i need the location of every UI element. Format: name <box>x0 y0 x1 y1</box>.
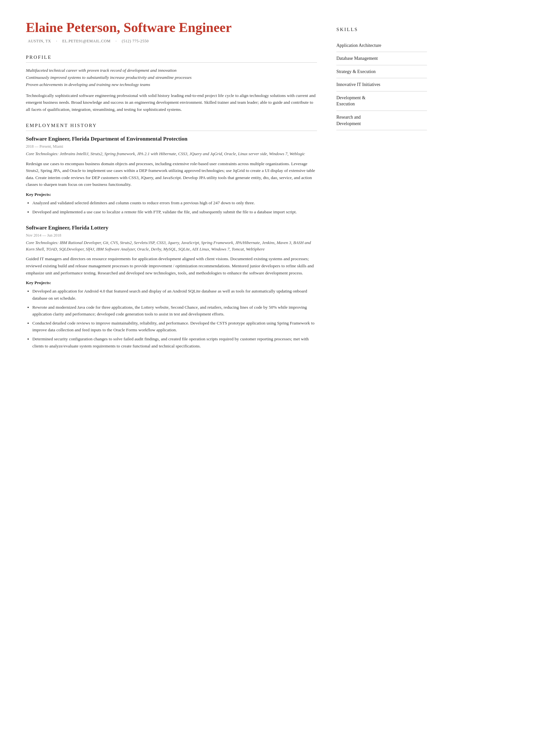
email: el.pete91@email.com <box>62 39 111 43</box>
list-item: Developed an application for Android 4.0… <box>32 288 317 302</box>
employment-section-title: EMPLOYMENT HISTORY <box>26 122 317 131</box>
profile-body: Technologically sophisticated software e… <box>26 92 317 113</box>
skill-1: Application Architecture <box>336 39 427 52</box>
skill-2: Database Management <box>336 52 427 65</box>
job-1-tech: Core Technologies: Jetbrains IntelliJ, S… <box>26 150 317 157</box>
location: AUSTIN, TX <box>28 39 51 43</box>
list-item: Determined security configuration change… <box>32 336 317 349</box>
employment-section: EMPLOYMENT HISTORY Software Engineer, Fl… <box>26 122 317 349</box>
job-1: Software Engineer, Florida Department of… <box>26 135 317 215</box>
job-1-projects-list: Analyzed and validated selected delimite… <box>26 200 317 215</box>
profile-section: PROFILE Multifaceted technical career wi… <box>26 54 317 113</box>
job-2-projects-list: Developed an application for Android 4.0… <box>26 288 317 349</box>
contact-info: AUSTIN, TX · el.pete91@email.com · (512)… <box>26 38 317 44</box>
main-column: Elaine Peterson, Software Engineer AUSTI… <box>26 19 317 737</box>
list-item: Conducted detailed code reviews to impro… <box>32 320 317 334</box>
phone: (512) 775-2550 <box>122 39 149 43</box>
job-2-dates: Nov 2014 — Jun 2018 <box>26 232 317 238</box>
list-item: Rewrote and modernized Java code for thr… <box>32 304 317 318</box>
job-2-key-projects-label: Key Projects: <box>26 280 317 286</box>
profile-section-title: PROFILE <box>26 54 317 63</box>
job-1-title: Software Engineer, Florida Department of… <box>26 135 317 143</box>
highlight-2: Continuously improved systems to substan… <box>26 74 317 81</box>
highlight-1: Multifaceted technical career with prove… <box>26 67 317 74</box>
page: Elaine Peterson, Software Engineer AUSTI… <box>0 0 535 756</box>
skill-4: Innovative IT Initiatives <box>336 78 427 92</box>
profile-highlights: Multifaceted technical career with prove… <box>26 67 317 88</box>
header: Elaine Peterson, Software Engineer AUSTI… <box>26 19 317 44</box>
job-2: Software Engineer, Florida Lottery Nov 2… <box>26 224 317 349</box>
job-2-title: Software Engineer, Florida Lottery <box>26 224 317 231</box>
job-1-key-projects-label: Key Projects: <box>26 191 317 198</box>
list-item: Analyzed and validated selected delimite… <box>32 200 317 206</box>
job-1-dates: 2018 — Present, Miami <box>26 144 317 149</box>
candidate-name: Elaine Peterson, Software Engineer <box>26 19 317 36</box>
skill-5: Development &Execution <box>336 92 427 111</box>
skills-section-title: SKILLS <box>336 26 427 33</box>
skill-3: Strategy & Execution <box>336 65 427 79</box>
list-item: Developed and implemented a use case to … <box>32 208 317 216</box>
skill-6: Research andDevelopment <box>336 111 427 130</box>
job-1-description: Redesign use cases to encompass business… <box>26 160 317 188</box>
job-2-description: Guided IT managers and directors on reso… <box>26 255 317 276</box>
highlight-3: Proven achievements in developing and tr… <box>26 81 317 88</box>
sidebar: SKILLS Application Architecture Database… <box>336 19 427 737</box>
job-2-tech: Core Technologies: IBM Rational Develope… <box>26 239 317 252</box>
